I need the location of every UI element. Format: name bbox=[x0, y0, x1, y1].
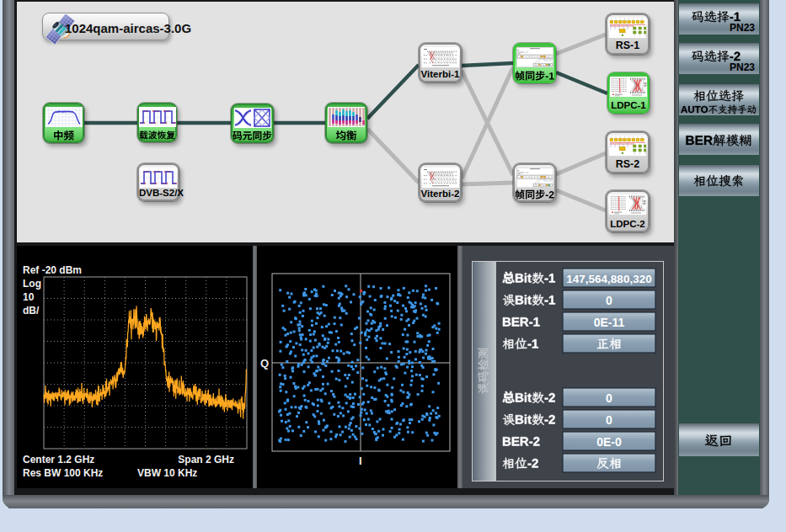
svg-text:PN23: PN23 bbox=[730, 61, 755, 73]
svg-text:0E-11: 0E-11 bbox=[594, 316, 625, 329]
svg-text:Log: Log bbox=[23, 278, 41, 290]
svg-text:dB/: dB/ bbox=[23, 305, 40, 317]
svg-text:Center 1.2 GHz: Center 1.2 GHz bbox=[23, 454, 94, 466]
svg-text:Res BW 100 KHz: Res BW 100 KHz bbox=[23, 467, 103, 479]
svg-text:Span 2 GHz: Span 2 GHz bbox=[178, 454, 234, 466]
svg-text:147,564,880,320: 147,564,880,320 bbox=[566, 273, 651, 285]
svg-text:0: 0 bbox=[606, 413, 612, 427]
svg-text:Q: Q bbox=[260, 357, 269, 370]
svg-text:0: 0 bbox=[606, 294, 612, 307]
svg-text:I: I bbox=[359, 455, 362, 467]
svg-text:10: 10 bbox=[23, 291, 35, 303]
svg-text:0: 0 bbox=[606, 391, 612, 405]
svg-text:PN23: PN23 bbox=[730, 22, 755, 34]
svg-text:0E-0: 0E-0 bbox=[596, 435, 622, 449]
svg-text:Ref -20 dBm: Ref -20 dBm bbox=[23, 264, 82, 276]
svg-text:VBW 10 KHz: VBW 10 KHz bbox=[137, 467, 197, 479]
